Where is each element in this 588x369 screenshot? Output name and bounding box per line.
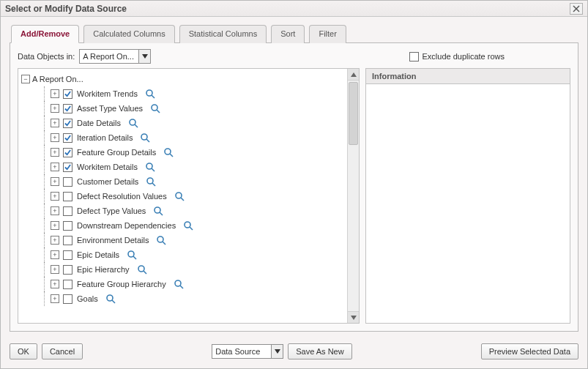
data-objects-tree: − A Report On... +Workitem Trends+Asset … (18, 69, 347, 323)
svg-point-21 (185, 222, 190, 228)
magnify-icon[interactable] (105, 294, 116, 304)
save-as-new-button[interactable]: Save As New (288, 343, 351, 359)
magnify-icon[interactable] (153, 206, 163, 216)
tree-item-checkbox[interactable] (63, 206, 72, 216)
tree-item[interactable]: +Asset Type Values (21, 101, 346, 116)
data-objects-select[interactable]: A Report On... (79, 49, 151, 64)
magnify-icon[interactable] (156, 235, 166, 245)
tree-item-checkbox[interactable] (63, 119, 72, 128)
tree-item[interactable]: +Epic Hierarchy (21, 262, 346, 277)
tree-item-checkbox[interactable] (63, 250, 72, 260)
tree-item-checkbox[interactable] (63, 163, 72, 172)
tab-calculated[interactable]: Calculated Columns (83, 25, 174, 43)
cancel-button[interactable]: Cancel (42, 343, 83, 359)
tree-connector (40, 233, 51, 247)
tree-item[interactable]: +Epic Details (21, 247, 346, 262)
tree-connector (40, 86, 51, 101)
tree-item-label: Feature Group Hierarchy (77, 280, 166, 288)
tree-item-checkbox[interactable] (63, 236, 72, 245)
expand-icon[interactable]: + (51, 148, 59, 157)
tab-sort[interactable]: Sort (271, 25, 305, 43)
expand-icon[interactable]: + (51, 265, 59, 274)
tree-item-checkbox[interactable] (63, 221, 72, 231)
tree-item-checkbox[interactable] (63, 265, 72, 275)
scroll-thumb[interactable] (349, 82, 358, 145)
tree-item[interactable]: +Defect Resolution Values (21, 189, 346, 204)
data-source-value: Data Source (212, 347, 271, 356)
tree-item-checkbox[interactable] (63, 89, 72, 99)
tree-item[interactable]: +Workitem Details (21, 160, 346, 174)
data-source-dropdown-button[interactable] (271, 345, 283, 358)
tree-item[interactable]: +Customer Details (21, 174, 346, 189)
tree-item[interactable]: +Date Details (21, 116, 346, 130)
tree-item[interactable]: +Goals (21, 291, 346, 306)
svg-point-11 (165, 149, 171, 154)
expand-icon[interactable]: + (51, 192, 59, 201)
expand-icon[interactable]: + (51, 206, 59, 215)
close-button[interactable] (570, 3, 583, 15)
tree-item-checkbox[interactable] (63, 104, 72, 113)
tree-item[interactable]: +Feature Group Details (21, 145, 346, 160)
tree-item[interactable]: +Downstream Dependencies (21, 218, 346, 233)
tree-item[interactable]: +Defect Type Values (21, 204, 346, 218)
tree-item-label: Downstream Dependencies (77, 221, 176, 230)
magnify-icon[interactable] (145, 89, 155, 99)
magnify-icon[interactable] (183, 220, 193, 231)
tree-item-checkbox[interactable] (63, 148, 72, 157)
magnify-icon[interactable] (146, 176, 156, 187)
expand-icon[interactable]: + (51, 177, 59, 186)
tree-item-checkbox[interactable] (63, 177, 72, 187)
scroll-track[interactable] (348, 81, 359, 311)
chevron-up-icon (351, 72, 357, 77)
tree-item[interactable]: +Environment Details (21, 233, 346, 247)
svg-point-15 (147, 178, 153, 184)
data-objects-dropdown-button[interactable] (138, 50, 150, 63)
tree-item-checkbox[interactable] (63, 294, 72, 304)
expand-icon[interactable]: + (51, 119, 59, 127)
tree-item[interactable]: +Workitem Trends (21, 86, 346, 101)
chevron-down-icon (275, 349, 280, 354)
svg-line-24 (163, 242, 165, 245)
magnify-icon[interactable] (163, 147, 174, 157)
collapse-icon[interactable]: − (21, 75, 30, 83)
scroll-up-button[interactable] (348, 69, 359, 81)
data-source-select[interactable]: Data Source (212, 344, 283, 359)
footer-bar: OK Cancel Data Source Save As New Previe… (1, 336, 587, 368)
magnify-icon[interactable] (127, 250, 137, 260)
tab-strip: Add/Remove Calculated Columns Statistica… (10, 24, 578, 43)
scroll-down-button[interactable] (348, 311, 359, 323)
tree-item-checkbox[interactable] (63, 280, 72, 289)
ok-button[interactable]: OK (10, 343, 37, 359)
tree-item-label: Feature Group Details (77, 148, 156, 157)
magnify-icon[interactable] (145, 162, 155, 172)
tab-statistical[interactable]: Statistical Columns (179, 25, 267, 43)
magnify-icon[interactable] (140, 133, 150, 143)
tree-connector (40, 189, 51, 204)
tab-filter[interactable]: Filter (309, 25, 346, 43)
magnify-icon[interactable] (128, 118, 138, 128)
magnify-icon[interactable] (174, 279, 184, 289)
expand-icon[interactable]: + (51, 104, 59, 113)
tree-item-checkbox[interactable] (63, 192, 72, 201)
expand-icon[interactable]: + (51, 133, 59, 142)
magnify-icon[interactable] (137, 264, 147, 275)
tree-root[interactable]: − A Report On... (21, 72, 346, 86)
svg-point-3 (146, 90, 152, 96)
tree-item[interactable]: +Feature Group Hierarchy (21, 277, 346, 291)
expand-icon[interactable]: + (51, 280, 59, 288)
tab-add-remove[interactable]: Add/Remove (11, 25, 79, 43)
tree-item-checkbox[interactable] (63, 133, 72, 143)
expand-icon[interactable]: + (51, 294, 59, 303)
tree-scrollbar[interactable] (347, 69, 359, 323)
expand-icon[interactable]: + (51, 163, 59, 171)
magnify-icon[interactable] (150, 103, 160, 113)
expand-icon[interactable]: + (51, 250, 59, 259)
expand-icon[interactable]: + (51, 221, 59, 230)
expand-icon[interactable]: + (51, 236, 59, 245)
expand-icon[interactable]: + (51, 89, 59, 98)
magnify-icon[interactable] (174, 191, 185, 201)
preview-selected-button[interactable]: Preview Selected Data (481, 343, 578, 359)
data-objects-value: A Report On... (80, 52, 138, 61)
tree-item[interactable]: +Iteration Details (21, 130, 346, 145)
exclude-duplicate-checkbox[interactable] (409, 52, 419, 61)
